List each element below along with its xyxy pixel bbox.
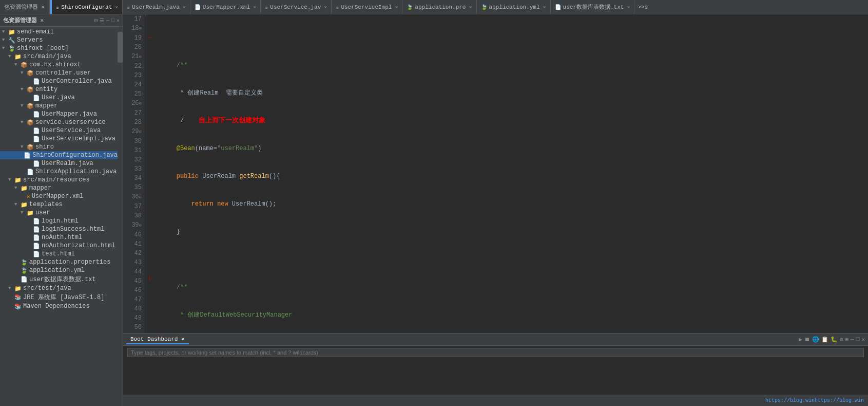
tab-user-mapper-xml[interactable]: 📄 UserMapper.xml ✕ [190, 0, 261, 14]
lib-icon: 📚 [14, 294, 22, 301]
tree-test-html[interactable]: 📄 test.html [0, 250, 118, 258]
tree-arrow: ▼ [2, 46, 8, 51]
columns-icon[interactable]: ⊞ [845, 336, 849, 343]
tree-servers[interactable]: ▼ 🔧 Servers [0, 36, 118, 44]
tree-mapper-pkg[interactable]: ▼ 📦 mapper [0, 102, 118, 110]
console-icon[interactable]: 📋 [821, 336, 828, 343]
tab-label: UserServiceImpl [341, 4, 392, 10]
close-icon[interactable]: ✕ [469, 4, 472, 10]
menu-icon[interactable]: ☰ [100, 17, 104, 24]
open-browser-icon[interactable]: 🌐 [812, 336, 819, 343]
boot-icon: 🍃 [8, 45, 15, 52]
status-text: https://blog.winhttps://blog.win [765, 398, 864, 403]
collapse-icon[interactable]: ⊟ [94, 17, 98, 24]
server-icon: 🔧 [8, 37, 15, 44]
folder-icon: 📁 [14, 177, 22, 183]
play-icon[interactable]: ▶ [799, 336, 802, 343]
tree-label: Servers [17, 36, 43, 44]
tree-user-folder[interactable]: ▼ 📁 user [0, 209, 118, 217]
tree-send-email[interactable]: ▼ 📁 send-email [0, 28, 118, 36]
leaf-icon: 🍃 [21, 259, 28, 266]
boot-dashboard-search[interactable] [127, 348, 864, 357]
tree-arrow: ▼ [21, 87, 27, 92]
tree-loginsuccess-html[interactable]: 📄 loginSuccess.html [0, 225, 118, 233]
tree-arrow: ▼ [14, 62, 21, 67]
tree-noauthorization-html[interactable]: 📄 noAuthorization.html [0, 242, 118, 250]
stop-icon[interactable]: ⏹ [804, 336, 810, 343]
tree-app-yml[interactable]: 🍃 application.yml [0, 266, 118, 274]
tree-label: service.userservice [35, 119, 106, 126]
folder-icon: 📁 [14, 285, 22, 292]
tree-userserviceimpl-java[interactable]: 📄 UserServiceImpl.java [0, 135, 118, 143]
tab-app-pro[interactable]: 🍃 application.pro ✕ [402, 0, 476, 14]
close-icon[interactable]: ✕ [115, 4, 118, 10]
tree-maven-deps[interactable]: 📚 Maven Dependencies [0, 302, 118, 310]
java-file-icon: 📄 [33, 127, 40, 134]
tree-label: UserRealm.java [42, 160, 93, 167]
tab-user-data[interactable]: 📄 user数据库表数据.txt ✕ [551, 0, 635, 14]
tree-user-java[interactable]: 📄 User.java [0, 94, 118, 102]
tree-com-hx[interactable]: ▼ 📦 com.hx.shiroxt [0, 61, 118, 69]
bottom-panel: Boot Dashboard ✕ ▶ ⏹ 🌐 📋 🐛 ⚙ ⊞ — □ ✕ [123, 333, 868, 395]
tab-user-service-impl[interactable]: ☕ UserServiceImpl ✕ [332, 0, 402, 14]
tree-user-controller[interactable]: 📄 UserController.java [0, 77, 118, 85]
tree-service-pkg[interactable]: ▼ 📦 service.userservice [0, 118, 118, 126]
close-icon[interactable]: ✕ [324, 4, 327, 10]
tree-usermapper-java[interactable]: 📄 UserMapper.java [0, 110, 118, 118]
settings-icon[interactable]: ⚙ [840, 336, 843, 343]
boot-dashboard-tab[interactable]: Boot Dashboard ✕ [126, 335, 189, 344]
tree-jre[interactable]: 📚 JRE 系统库 [JavaSE-1.8] [0, 292, 118, 302]
tree-app-properties[interactable]: 🍃 application.properties [0, 258, 118, 266]
tree-userdb-txt[interactable]: 📄 user数据库表数据.txt [0, 274, 118, 284]
close-icon[interactable]: ✕ [395, 4, 398, 10]
close-icon[interactable]: ✕ [627, 4, 630, 10]
tree-userservice-java[interactable]: 📄 UserService.java [0, 126, 118, 135]
package-explorer-tab[interactable]: 包资源管理器 ✕ [4, 3, 45, 11]
tree-usermapper-xml[interactable]: ✕ UserMapper.xml [0, 192, 118, 200]
tree-templates-folder[interactable]: ▼ 📁 templates [0, 200, 118, 209]
maximize-icon[interactable]: □ [111, 17, 114, 24]
tab-user-realm[interactable]: ☕ UserRealm.java ✕ [123, 0, 190, 14]
file-tree-panel: 包资源管理器 ✕ ⊟ ☰ — □ ✕ ▼ 📁 send-email [0, 14, 123, 406]
tree-shiroxt[interactable]: ▼ 🍃 shiroxt [boot] [0, 44, 118, 52]
tree-shiro-config-java[interactable]: 📄 ShiroConfiguration.java [0, 151, 118, 159]
close-icon[interactable]: ✕ [253, 4, 256, 10]
tree-arrow: ▼ [8, 177, 14, 182]
minimize-icon[interactable]: — [851, 336, 854, 343]
debug-icon[interactable]: 🐛 [831, 336, 838, 343]
tree-label: Maven Dependencies [23, 303, 90, 310]
tree-noauth-html[interactable]: 📄 noAuth.html [0, 233, 118, 242]
minimize-icon[interactable]: — [106, 17, 109, 24]
tree-src-main-java[interactable]: ▼ 📁 src/main/java [0, 52, 118, 61]
txt-icon: 📄 [555, 4, 561, 10]
tree-shirox-app[interactable]: 📄 ShiroxApplication.java [0, 168, 118, 176]
tree-entity[interactable]: ▼ 📦 entity [0, 85, 118, 94]
html-icon: 📄 [33, 218, 40, 225]
close-icon[interactable]: ✕ [183, 4, 186, 10]
tree-label: controller.user [35, 69, 91, 77]
tree-controller[interactable]: ▼ 📦 controller.user [0, 69, 118, 77]
tab-bar: 包资源管理器 ✕ ☕ ShiroConfigurat ✕ ☕ UserRealm… [0, 0, 868, 14]
java-file-icon: 📄 [33, 78, 40, 85]
tree-src-main-res[interactable]: ▼ 📁 src/main/resources [0, 176, 118, 184]
tab-shiro-config[interactable]: ☕ ShiroConfigurat ✕ [52, 0, 123, 14]
tree-label: src/main/resources [23, 176, 90, 183]
tree-userrealm-java[interactable]: 📄 UserRealm.java [0, 159, 118, 168]
maximize-icon[interactable]: □ [856, 336, 860, 343]
close-icon[interactable]: ✕ [543, 4, 546, 10]
tree-arrow: ▼ [2, 38, 8, 43]
tree-mapper-folder[interactable]: ▼ 📁 mapper [0, 184, 118, 192]
tree-login-html[interactable]: 📄 login.html [0, 217, 118, 225]
code-area[interactable]: /** * 创建Realm 需要自定义类 / 自上而下一次创建对象 @Bean(… [158, 14, 868, 333]
tree-arrow: ▼ [14, 186, 21, 191]
close-icon[interactable]: ✕ [861, 336, 865, 343]
tree-label: shiro [35, 143, 54, 151]
more-tabs[interactable]: >>s [634, 4, 651, 10]
tree-label: test.html [42, 250, 75, 257]
tree-src-test-java[interactable]: ▼ 📁 src/test/java [0, 284, 118, 292]
tab-user-service[interactable]: ☕ UserService.jav ✕ [261, 0, 332, 14]
close-panel-icon[interactable]: ✕ [117, 17, 120, 24]
tab-app-yml[interactable]: 🍃 application.yml ✕ [477, 0, 551, 14]
tree-label: mapper [35, 102, 57, 109]
tree-shiro-pkg[interactable]: ▼ 📦 shiro [0, 143, 118, 151]
